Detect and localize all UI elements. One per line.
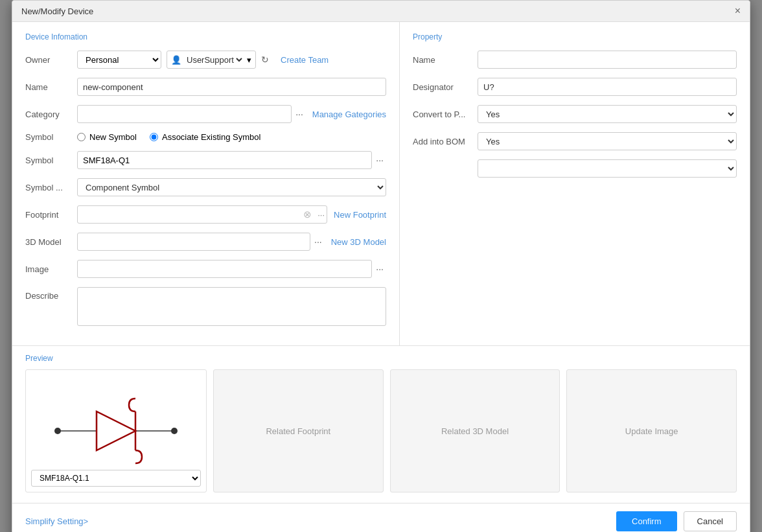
cancel-button[interactable]: Cancel bbox=[684, 511, 737, 531]
user-select-wrap: 👤 UserSupport ▾ bbox=[167, 51, 256, 69]
user-select[interactable]: UserSupport bbox=[184, 54, 244, 65]
category-input-wrap: ··· bbox=[77, 105, 306, 123]
footprint-label: Footprint bbox=[25, 210, 77, 220]
category-dots-button[interactable]: ··· bbox=[293, 109, 306, 119]
owner-row: Owner Personal 👤 UserSupport ▾ ↻ Create … bbox=[25, 51, 386, 69]
footprint-row: Footprint ⊗ ··· New Footprint bbox=[25, 205, 386, 224]
symbol-radio-row: Symbol New Symbol Associate Existing Sym… bbox=[25, 132, 386, 142]
image-label: Image bbox=[25, 264, 77, 274]
name-label: Name bbox=[25, 82, 77, 92]
symbol-radio-group: New Symbol Associate Existing Symbol bbox=[77, 132, 386, 142]
preview-row: SMF18A-Q1.1 Related Footprint Related 3D… bbox=[25, 369, 737, 492]
symbol-type-row: Symbol ... Component Symbol bbox=[25, 178, 386, 196]
image-wrap: ··· bbox=[77, 260, 386, 278]
category-label: Category bbox=[25, 110, 77, 119]
svg-point-5 bbox=[171, 428, 178, 434]
property-title: Property bbox=[413, 32, 737, 41]
property-name-row: Name bbox=[413, 51, 737, 69]
name-row: Name bbox=[25, 78, 386, 96]
designator-input[interactable] bbox=[478, 78, 737, 96]
update-image-box: Update Image bbox=[566, 369, 737, 492]
convert-row: Convert to P... Yes No bbox=[413, 105, 737, 123]
add-bom-row: Add into BOM Yes No bbox=[413, 132, 737, 150]
device-info-title: Device Infomation bbox=[25, 32, 386, 41]
describe-label: Describe bbox=[25, 291, 77, 301]
footer: Simplify Setting> Confirm Cancel bbox=[12, 503, 750, 532]
dialog-title: New/Modify Device bbox=[21, 6, 93, 16]
property-name-label: Name bbox=[413, 55, 478, 65]
symbol-radio-label: Symbol bbox=[25, 132, 77, 142]
3d-model-label: 3D Model bbox=[25, 237, 77, 247]
symbol-value-row: Symbol ··· bbox=[25, 151, 386, 169]
footprint-input[interactable] bbox=[77, 205, 327, 224]
associate-symbol-text: Associate Existing Symbol bbox=[162, 132, 260, 142]
symbol-value-input[interactable] bbox=[77, 151, 372, 169]
3d-model-input[interactable] bbox=[77, 233, 310, 251]
symbol-preview-select[interactable]: SMF18A-Q1.1 bbox=[31, 470, 201, 487]
symbol-preview-box: SMF18A-Q1.1 bbox=[25, 369, 207, 492]
symbol-value-label: Symbol bbox=[25, 156, 77, 165]
dialog: New/Modify Device × Device Infomation Ow… bbox=[12, 0, 750, 532]
convert-select[interactable]: Yes No bbox=[478, 105, 737, 123]
3d-model-row: 3D Model ··· New 3D Model bbox=[25, 233, 386, 251]
3d-model-dots-button[interactable]: ··· bbox=[312, 237, 325, 247]
confirm-button[interactable]: Confirm bbox=[616, 511, 677, 531]
preview-section: Preview bbox=[12, 345, 750, 503]
new-symbol-radio[interactable] bbox=[77, 133, 86, 141]
category-row: Category ··· Manage Gategories bbox=[25, 105, 386, 123]
add-bom-label: Add into BOM bbox=[413, 137, 478, 146]
designator-row: Designator bbox=[413, 78, 737, 96]
update-image-label: Update Image bbox=[625, 426, 678, 436]
related-footprint-box: Related Footprint bbox=[213, 369, 384, 492]
manage-categories-button[interactable]: Manage Gategories bbox=[312, 110, 386, 119]
related-3d-box: Related 3D Model bbox=[390, 369, 560, 492]
chevron-icon: ▾ bbox=[247, 55, 251, 65]
close-button[interactable]: × bbox=[735, 6, 741, 16]
convert-label: Convert to P... bbox=[413, 110, 478, 119]
image-dots-button[interactable]: ··· bbox=[373, 264, 386, 274]
add-bom-select[interactable]: Yes No bbox=[478, 132, 737, 150]
associate-symbol-radio-label[interactable]: Associate Existing Symbol bbox=[150, 132, 260, 142]
image-row: Image ··· bbox=[25, 260, 386, 278]
related-3d-label: Related 3D Model bbox=[441, 426, 509, 436]
svg-marker-2 bbox=[97, 411, 135, 450]
new-symbol-radio-label[interactable]: New Symbol bbox=[77, 132, 137, 142]
user-icon: 👤 bbox=[171, 55, 181, 65]
new-3d-model-button[interactable]: New 3D Model bbox=[331, 237, 386, 247]
category-input[interactable] bbox=[77, 105, 292, 123]
property-name-input[interactable] bbox=[478, 51, 737, 69]
dialog-header: New/Modify Device × bbox=[12, 1, 750, 22]
symbol-value-wrap: ··· bbox=[77, 151, 386, 169]
svg-point-4 bbox=[54, 428, 61, 434]
designator-label: Designator bbox=[413, 82, 478, 92]
describe-textarea[interactable] bbox=[77, 287, 386, 326]
dialog-body: Device Infomation Owner Personal 👤 UserS… bbox=[12, 22, 750, 345]
right-panel: Property Name Designator Convert to P...… bbox=[400, 22, 750, 345]
simplify-setting-button[interactable]: Simplify Setting> bbox=[25, 516, 88, 526]
symbol-dots-button[interactable]: ··· bbox=[373, 155, 386, 165]
image-input[interactable] bbox=[77, 260, 372, 278]
preview-title: Preview bbox=[25, 354, 737, 363]
new-symbol-text: New Symbol bbox=[89, 132, 137, 142]
related-footprint-label: Related Footprint bbox=[266, 426, 330, 436]
new-footprint-button[interactable]: New Footprint bbox=[334, 210, 386, 220]
owner-select[interactable]: Personal bbox=[77, 51, 161, 69]
symbol-type-select[interactable]: Component Symbol bbox=[77, 178, 386, 196]
describe-row: Describe bbox=[25, 287, 386, 326]
extra-select[interactable] bbox=[478, 159, 737, 178]
extra-select-row bbox=[413, 159, 737, 178]
symbol-type-label: Symbol ... bbox=[25, 183, 77, 192]
footprint-input-wrap: ⊗ ··· bbox=[77, 205, 327, 224]
3d-model-wrap: ··· bbox=[77, 233, 325, 251]
footer-actions: Confirm Cancel bbox=[616, 511, 737, 531]
symbol-svg bbox=[51, 392, 181, 470]
footprint-clear-button[interactable]: ⊗ bbox=[303, 209, 312, 220]
owner-controls: Personal 👤 UserSupport ▾ ↻ Create Team bbox=[77, 51, 386, 69]
owner-label: Owner bbox=[25, 55, 77, 65]
left-panel: Device Infomation Owner Personal 👤 UserS… bbox=[12, 22, 400, 345]
footprint-dots-button[interactable]: ··· bbox=[318, 210, 325, 220]
create-team-button[interactable]: Create Team bbox=[281, 55, 329, 65]
refresh-button[interactable]: ↻ bbox=[261, 54, 269, 65]
name-input[interactable] bbox=[77, 78, 386, 96]
associate-symbol-radio[interactable] bbox=[150, 133, 158, 141]
